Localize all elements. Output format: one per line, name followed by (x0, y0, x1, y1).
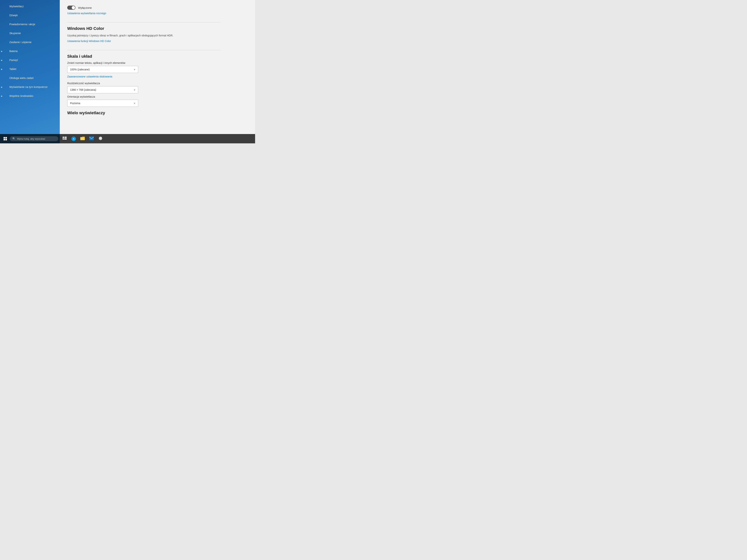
power-icon (4, 40, 7, 44)
resolution-dropdown-container: Rozdzielczość wyświetlacza 1366 × 768 (z… (67, 82, 221, 93)
taskbar-app-virtual-desktop[interactable] (60, 135, 69, 143)
orientation-label: Orientacja wyświetlacza (67, 95, 221, 98)
sidebar-item-wyswietlanie[interactable]: Wyświetlanie na tym komputerze (0, 82, 60, 91)
sidebar-item-wspolne[interactable]: Wspólne środowisko (0, 91, 60, 101)
settings-window: Wyświetlacz Dźwięk Powiadomienia i akcje… (0, 0, 255, 143)
night-display-link[interactable]: Ustawienia wyświetlania nocnego (67, 12, 106, 15)
edge-icon: e (71, 136, 76, 141)
scale-value: 100% (zalecane) (70, 68, 89, 71)
hdr-link[interactable]: Ustawienia funkcji Windows HD Color (67, 39, 111, 43)
multi-display-section: Wielo wyświetlaczy (67, 110, 221, 115)
svg-rect-3 (64, 138, 67, 140)
main-content: Wyłączone Ustawienia wyświetlania nocneg… (60, 0, 255, 143)
taskbar-app-file-explorer[interactable] (78, 135, 87, 143)
sidebar-item-skupienie[interactable]: Skupienie (0, 29, 60, 38)
search-icon: 🔍 (12, 137, 16, 140)
orientation-dropdown-container: Orientacja wyświetlacza Pozioma ∨ (67, 95, 221, 107)
scale-label: Zmień rozmiar tekstu, aplikacji i innych… (67, 61, 221, 64)
taskbar-app-edge[interactable]: e (70, 135, 78, 143)
sidebar-item-zasilanie[interactable]: Zasilanie i uśpienie (0, 38, 60, 47)
multitask-icon (4, 76, 7, 80)
sidebar-item-wyswietlacz[interactable]: Wyświetlacz (0, 2, 60, 11)
scale-dropdown-container: Zmień rozmiar tekstu, aplikacji i innych… (67, 61, 221, 73)
resolution-value: 1366 × 768 (zalecana) (70, 88, 96, 91)
hdr-heading: Windows HD Color (67, 26, 221, 31)
hdr-section: Windows HD Color Uzyskaj jaśniejszy i ży… (67, 26, 221, 46)
svg-rect-2 (62, 138, 64, 140)
sidebar-item-obsluga[interactable]: Obsługa wielu zadań (0, 74, 60, 82)
orientation-value: Pozioma (70, 102, 80, 105)
resolution-dropdown[interactable]: 1366 × 768 (zalecana) ∨ (67, 86, 138, 93)
resolution-label: Rozdzielczość wyświetlacza (67, 82, 221, 85)
memory-icon (4, 58, 7, 62)
svg-rect-6 (89, 136, 94, 140)
focus-icon (4, 31, 7, 35)
task-view-icon (62, 137, 67, 141)
battery-icon (4, 49, 7, 53)
sound-icon (4, 14, 7, 17)
file-explorer-icon (80, 136, 85, 141)
toggle-label: Wyłączone (78, 6, 92, 9)
svg-rect-5 (80, 137, 85, 140)
sidebar-item-bateria[interactable]: Bateria (0, 47, 60, 56)
gear-icon (98, 136, 103, 141)
chevron-down-icon: ∨ (134, 68, 135, 71)
taskbar: 🔍 Wpisz tutaj, aby wyszukać e (0, 134, 255, 143)
sidebar-item-dzwiek[interactable]: Dźwięk (0, 11, 60, 20)
taskbar-app-mail[interactable] (87, 135, 96, 143)
night-light-toggle-row: Wyłączone (67, 6, 221, 10)
monitor-icon (4, 4, 7, 8)
scale-dropdown[interactable]: 100% (zalecane) ∨ (67, 66, 138, 73)
shared-env-icon (4, 94, 7, 98)
svg-rect-0 (62, 137, 64, 138)
night-light-toggle[interactable] (67, 6, 75, 10)
chevron-down-icon-3: ∨ (134, 102, 135, 105)
multi-display-heading: Wielo wyświetlaczy (67, 110, 221, 115)
svg-rect-1 (65, 137, 67, 138)
sidebar-item-pamiec[interactable]: Pamięć (0, 56, 60, 64)
sidebar-item-tablet[interactable]: Tablet (0, 64, 60, 74)
search-placeholder: Wpisz tutaj, aby wyszukać (17, 137, 45, 140)
start-button[interactable] (1, 135, 9, 142)
divider-2 (67, 50, 221, 50)
taskbar-app-settings[interactable] (96, 135, 105, 143)
hdr-description: Uzyskaj jaśniejszy i żywszy obraz w film… (67, 34, 179, 37)
scale-heading: Skala i układ (67, 54, 221, 59)
content-area: Wyłączone Ustawienia wyświetlania nocneg… (60, 0, 228, 122)
windows-logo-icon (4, 137, 7, 140)
sidebar-item-powiadomienia[interactable]: Powiadomienia i akcje (0, 20, 60, 29)
scale-section: Skala i układ Zmień rozmiar tekstu, apli… (67, 54, 221, 107)
mail-icon (89, 136, 94, 141)
taskbar-apps: e (60, 135, 105, 143)
sidebar: Wyświetlacz Dźwięk Powiadomienia i akcje… (0, 0, 60, 143)
orientation-dropdown[interactable]: Pozioma ∨ (67, 100, 138, 107)
tablet-icon (4, 67, 7, 71)
toggle-knob (72, 6, 75, 9)
chevron-down-icon-2: ∨ (134, 88, 135, 91)
notification-icon (4, 22, 7, 26)
projecting-icon (4, 85, 7, 89)
scaling-link[interactable]: Zaawansowane ustawienia skalowania (67, 75, 112, 78)
taskbar-search[interactable]: 🔍 Wpisz tutaj, aby wyszukać (10, 136, 58, 141)
